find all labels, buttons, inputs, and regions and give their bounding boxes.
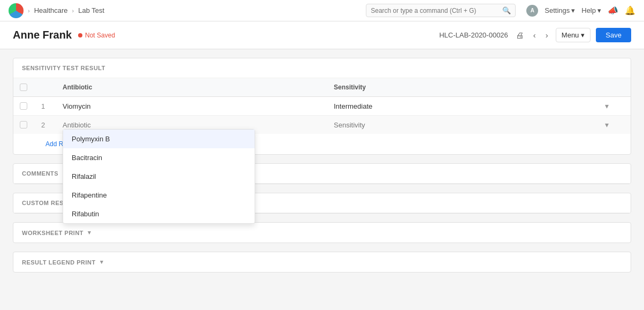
row2-num: 2	[35, 116, 56, 134]
dropdown-item-rifabutin[interactable]: Rifabutin	[63, 205, 255, 223]
row2-checkbox-cell	[13, 116, 35, 134]
menu-chevron-icon: ▾	[581, 31, 585, 39]
app-logo	[9, 3, 24, 18]
breadcrumb-healthcare[interactable]: Healthcare	[34, 6, 68, 14]
col-checkbox	[13, 78, 35, 97]
row1-antibiotic-value: Viomycin	[63, 102, 91, 110]
menu-label: Menu	[562, 31, 579, 39]
row1-sensitivity-value: Intermediate	[334, 102, 372, 110]
announcement-icon[interactable]: 📣	[608, 5, 618, 16]
settings-chevron-icon: ▾	[571, 6, 575, 14]
help-chevron-icon: ▾	[597, 6, 601, 14]
top-nav: › Healthcare › Lab Test 🔍 A Settings ▾ H…	[0, 0, 644, 21]
row1-sensitivity-cell: Intermediate	[327, 97, 599, 116]
search-icon: 🔍	[502, 6, 511, 14]
row1-num: 1	[35, 97, 56, 116]
breadcrumb-labtest[interactable]: Lab Test	[78, 6, 104, 14]
main-content: SENSITIVITY TEST RESULT Antibiotic Sensi…	[0, 58, 644, 310]
breadcrumb-chevron-2: ›	[72, 7, 74, 14]
row1-antibiotic-cell: Viomycin	[56, 97, 327, 116]
row1-checkbox-cell	[13, 97, 35, 116]
sensitivity-section: SENSITIVITY TEST RESULT Antibiotic Sensi…	[13, 58, 631, 155]
settings-label: Settings	[545, 6, 570, 14]
result-legend-chevron-icon: ▾	[100, 259, 104, 266]
dropdown-item-polymyxin[interactable]: Polymyxin B	[63, 130, 255, 148]
row2-sensitivity-cell[interactable]	[327, 116, 599, 134]
col-num	[35, 78, 56, 97]
row1-checkbox[interactable]	[20, 102, 27, 110]
sensitivity-header: SENSITIVITY TEST RESULT	[13, 58, 631, 78]
nav-right: A Settings ▾ Help ▾ 📣 🔔	[526, 5, 635, 17]
menu-button[interactable]: Menu ▾	[556, 28, 591, 42]
select-all-checkbox[interactable]	[20, 84, 27, 91]
search-box[interactable]: 🔍	[366, 4, 516, 17]
row2-antibiotic-cell[interactable]: Polymyxin B Bacitracin Rifalazil Rifapen…	[56, 116, 327, 134]
result-legend-section: RESULT LEGEND PRINT ▾	[13, 252, 631, 273]
search-input[interactable]	[371, 7, 502, 14]
notification-icon[interactable]: 🔔	[625, 5, 635, 16]
dropdown-item-bacitracin[interactable]: Bacitracin	[63, 148, 255, 167]
row2-checkbox[interactable]	[20, 121, 27, 128]
row2-sensitivity-input[interactable]	[334, 121, 592, 129]
row2-action-cell: ▾	[599, 116, 631, 134]
not-saved-dot	[78, 33, 82, 37]
not-saved-label: Not Saved	[85, 32, 115, 39]
antibiotic-dropdown-container: Polymyxin B Bacitracin Rifalazil Rifapen…	[63, 121, 321, 129]
prev-icon[interactable]: ‹	[531, 29, 538, 41]
avatar: A	[526, 5, 538, 17]
col-sensitivity-header: Sensitivity	[327, 78, 599, 97]
table-row: 2 Polymyxin B Bacitracin Rifalazil Rifap…	[13, 116, 631, 134]
settings-button[interactable]: Settings ▾	[545, 6, 575, 14]
dropdown-item-rifapentine[interactable]: Rifapentine	[63, 186, 255, 205]
save-button[interactable]: Save	[596, 28, 631, 42]
worksheet-header-label: WORKSHEET PRINT	[22, 230, 83, 236]
result-legend-header-label: RESULT LEGEND PRINT	[22, 259, 96, 266]
col-antibiotic-header: Antibiotic	[56, 78, 327, 97]
result-legend-collapsible-header[interactable]: RESULT LEGEND PRINT ▾	[13, 252, 631, 272]
document-id: HLC-LAB-2020-00026	[439, 31, 508, 39]
page-header: Anne Frank Not Saved HLC-LAB-2020-00026 …	[0, 21, 644, 49]
not-saved-badge: Not Saved	[78, 32, 115, 39]
row1-action-cell: ▾	[599, 97, 631, 116]
help-button[interactable]: Help ▾	[581, 6, 601, 14]
worksheet-chevron-icon: ▾	[88, 229, 91, 236]
worksheet-collapsible-header[interactable]: WORKSHEET PRINT ▾	[13, 223, 631, 243]
next-icon[interactable]: ›	[543, 29, 550, 41]
print-icon[interactable]: 🖨	[513, 29, 526, 41]
page-title: Anne Frank	[13, 29, 72, 41]
breadcrumb-chevron-1: ›	[28, 7, 30, 14]
col-action	[599, 78, 631, 97]
sensitivity-table: Antibiotic Sensitivity 1 Viomycin In	[13, 78, 631, 134]
help-label: Help	[581, 6, 596, 14]
antibiotic-dropdown-menu: Polymyxin B Bacitracin Rifalazil Rifapen…	[63, 129, 255, 224]
table-row: 1 Viomycin Intermediate ▾	[13, 97, 631, 116]
worksheet-section: WORKSHEET PRINT ▾	[13, 222, 631, 243]
row1-dropdown-chevron[interactable]: ▾	[605, 102, 609, 110]
dropdown-item-rifalazil[interactable]: Rifalazil	[63, 167, 255, 186]
row2-dropdown-chevron[interactable]: ▾	[605, 120, 609, 129]
row2-antibiotic-input[interactable]	[63, 121, 321, 129]
page-header-right: HLC-LAB-2020-00026 🖨 ‹ › Menu ▾ Save	[439, 28, 631, 42]
